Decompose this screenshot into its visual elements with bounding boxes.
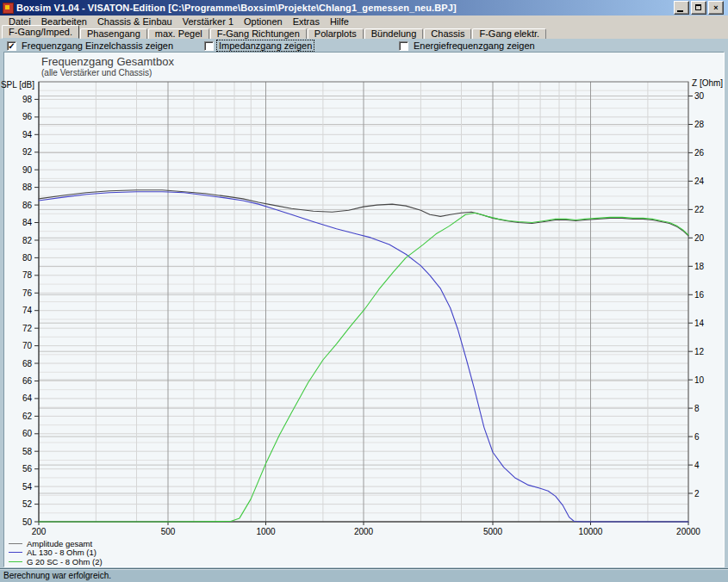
- title-bar[interactable]: Boxsim V1.04 - VISATON-Edition [C:\Progr…: [0, 0, 728, 15]
- checkbox-row: ✓Frequenzgang Einzelchassis zeigenImpeda…: [0, 39, 728, 52]
- minimize-icon: [677, 10, 683, 12]
- menu-item-extras[interactable]: Extras: [288, 16, 325, 27]
- check-icon: ✓: [8, 42, 15, 50]
- menu-item-chassis-einbau[interactable]: Chassis & Einbau: [92, 16, 177, 27]
- menu-bar: DateiBearbeitenChassis & EinbauVerstärke…: [0, 15, 728, 27]
- checkbox-label: Energiefrequenzgang zeigen: [412, 40, 537, 51]
- chart-panel: [3, 52, 725, 567]
- checkbox-box: ✓: [7, 41, 16, 51]
- tab-bar: F-Gang/Imped.Phasengangmax. PegelF-Gang …: [0, 27, 728, 39]
- app-icon: [3, 3, 14, 14]
- checkbox-label: Frequenzgang Einzelchassis zeigen: [20, 40, 175, 51]
- checkbox-impedanzgang-zeigen[interactable]: Impedanzgang zeigen: [204, 40, 314, 51]
- minimize-button[interactable]: [674, 1, 689, 15]
- window-title: Boxsim V1.04 - VISATON-Edition [C:\Progr…: [16, 3, 674, 13]
- tab-page: ✓Frequenzgang Einzelchassis zeigenImpeda…: [0, 39, 728, 568]
- window-controls: ×: [674, 1, 724, 15]
- status-text: Berechnung war erfolgreich.: [3, 571, 111, 580]
- checkbox-label: Impedanzgang zeigen: [217, 40, 314, 51]
- restore-button[interactable]: [691, 1, 706, 15]
- close-button[interactable]: ×: [708, 1, 724, 15]
- restore-icon: [695, 4, 701, 10]
- checkbox-energiefrequenzgang-zeigen[interactable]: Energiefrequenzgang zeigen: [399, 40, 537, 51]
- tab-f-gang-imped[interactable]: F-Gang/Imped.: [2, 25, 79, 39]
- checkbox-frequenzgang-einzelchassis-zeigen[interactable]: ✓Frequenzgang Einzelchassis zeigen: [7, 40, 175, 51]
- checkbox-box: [399, 41, 408, 51]
- status-bar: Berechnung war erfolgreich.: [0, 568, 728, 582]
- checkbox-box: [204, 41, 214, 51]
- menu-item-verstarker-1[interactable]: Verstärker 1: [177, 16, 239, 27]
- close-icon: ×: [713, 4, 718, 12]
- menu-item-optionen[interactable]: Optionen: [239, 16, 288, 27]
- menu-item-hilfe[interactable]: Hilfe: [325, 16, 354, 27]
